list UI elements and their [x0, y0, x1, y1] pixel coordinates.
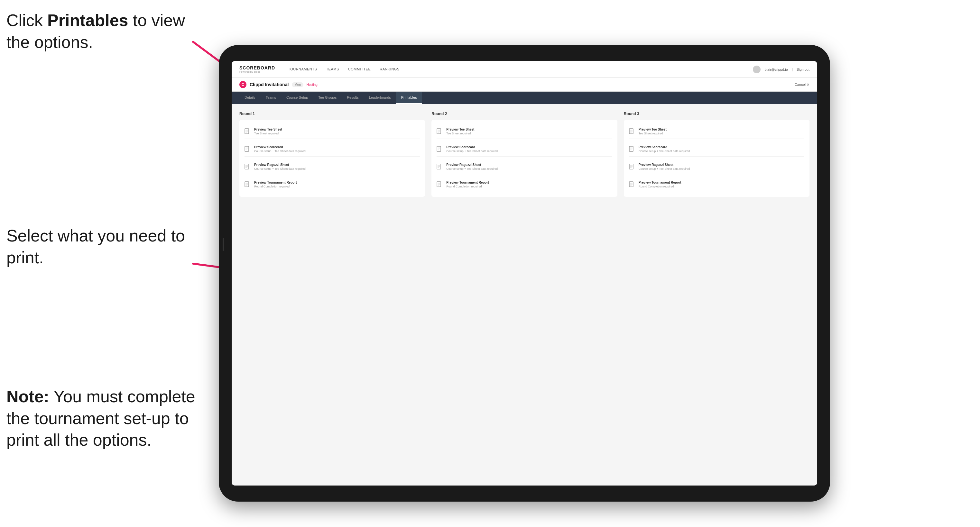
r2-tee-sheet-sub: Tee Sheet required — [446, 132, 474, 135]
r2-doc-icon-3 — [437, 163, 443, 171]
separator: | — [792, 68, 793, 71]
top-nav-right: blair@clippd.io | Sign out — [753, 66, 810, 73]
nav-rankings[interactable]: RANKINGS — [380, 67, 399, 72]
nav-teams[interactable]: TEAMS — [326, 67, 339, 72]
r2-scorecard-sub: Course setup + Tee Sheet data required — [446, 149, 498, 153]
r3-raguzzi-title: Preview Raguzzi Sheet — [639, 163, 690, 167]
tablet-frame: SCOREBOARD Powered by clippd TOURNAMENTS… — [219, 45, 830, 502]
r2-scorecard-title: Preview Scorecard — [446, 145, 498, 149]
r1-tournament-report-text: Preview Tournament Report Round Completi… — [254, 181, 297, 188]
annotation-top: Click Printables to view the options. — [6, 10, 187, 53]
tournament-badge: Men — [292, 82, 303, 87]
round-1-title: Round 1 — [239, 111, 425, 116]
r1-scorecard-title: Preview Scorecard — [254, 145, 305, 149]
r1-raguzzi-text: Preview Raguzzi Sheet Course setup + Tee… — [254, 163, 305, 170]
r2-tournament-report-text: Preview Tournament Report Round Completi… — [446, 181, 489, 188]
round-1-card: Preview Tee Sheet Tee Sheet required — [239, 120, 425, 197]
r3-tournament-report-text: Preview Tournament Report Round Completi… — [639, 181, 681, 188]
brand: SCOREBOARD Powered by clippd — [239, 65, 275, 73]
clippd-logo: C — [239, 81, 247, 88]
r1-scorecard-sub: Course setup + Tee Sheet data required — [254, 149, 305, 153]
r1-scorecard-text: Preview Scorecard Course setup + Tee She… — [254, 145, 305, 153]
r1-tournament-report-title: Preview Tournament Report — [254, 181, 297, 184]
r2-doc-icon-1 — [437, 128, 443, 136]
document-icon-3 — [245, 163, 251, 171]
round-3-card: Preview Tee Sheet Tee Sheet required — [624, 120, 810, 197]
select-text: Select what you need to print. — [6, 226, 185, 267]
r1-tournament-report[interactable]: Preview Tournament Report Round Completi… — [245, 178, 420, 192]
tab-details[interactable]: Details — [239, 92, 261, 104]
r2-scorecard[interactable]: Preview Scorecard Course setup + Tee She… — [437, 143, 612, 157]
cancel-button[interactable]: Cancel ✕ — [795, 83, 810, 87]
r2-doc-icon-2 — [437, 146, 443, 154]
brand-title: SCOREBOARD — [239, 65, 275, 70]
top-nav-links: TOURNAMENTS TEAMS COMMITTEE RANKINGS — [288, 67, 753, 72]
r3-doc-icon-2 — [629, 146, 635, 154]
r2-raguzzi-sub: Course setup + Tee Sheet data required — [446, 167, 498, 170]
tournament-header: C Clippd Invitational Men Hosting Cancel… — [232, 78, 817, 92]
r1-tee-sheet[interactable]: Preview Tee Sheet Tee Sheet required — [245, 125, 420, 139]
r1-raguzzi-sub: Course setup + Tee Sheet data required — [254, 167, 305, 170]
r2-tee-sheet-text: Preview Tee Sheet Tee Sheet required — [446, 128, 474, 135]
r2-tournament-report-sub: Round Completion required — [446, 185, 489, 188]
r1-tee-sheet-sub: Tee Sheet required — [254, 132, 282, 135]
annotation-bottom: Note: You must complete the tournament s… — [6, 386, 199, 451]
document-icon — [245, 128, 251, 136]
sub-nav: Details Teams Course Setup Tee Groups Re… — [232, 92, 817, 104]
r3-tee-sheet[interactable]: Preview Tee Sheet Tee Sheet required — [629, 125, 804, 139]
r3-raguzzi[interactable]: Preview Raguzzi Sheet Course setup + Tee… — [629, 160, 804, 174]
r2-raguzzi[interactable]: Preview Raguzzi Sheet Course setup + Tee… — [437, 160, 612, 174]
document-icon-4 — [245, 181, 251, 189]
r1-raguzzi-title: Preview Raguzzi Sheet — [254, 163, 305, 167]
r3-tournament-report-sub: Round Completion required — [639, 185, 681, 188]
printables-bold: Printables — [47, 11, 128, 30]
note-bold: Note: — [6, 387, 49, 406]
r1-raguzzi[interactable]: Preview Raguzzi Sheet Course setup + Tee… — [245, 160, 420, 174]
round-1-section: Round 1 — [239, 111, 425, 197]
tablet-screen: SCOREBOARD Powered by clippd TOURNAMENTS… — [232, 61, 817, 486]
nav-committee[interactable]: COMMITTEE — [348, 67, 371, 72]
r3-scorecard[interactable]: Preview Scorecard Course setup + Tee She… — [629, 143, 804, 157]
r2-raguzzi-text: Preview Raguzzi Sheet Course setup + Tee… — [446, 163, 498, 170]
r3-doc-icon-4 — [629, 181, 635, 189]
tournament-status: Hosting — [307, 83, 318, 86]
user-email: blair@clippd.io — [764, 68, 788, 71]
brand-sub: Powered by clippd — [239, 70, 275, 73]
sign-out-link[interactable]: Sign out — [797, 68, 810, 71]
tab-tee-groups[interactable]: Tee Groups — [313, 92, 342, 104]
document-icon-2 — [245, 146, 251, 154]
r3-tournament-report[interactable]: Preview Tournament Report Round Completi… — [629, 178, 804, 192]
r3-doc-icon-1 — [629, 128, 635, 136]
r2-tee-sheet[interactable]: Preview Tee Sheet Tee Sheet required — [437, 125, 612, 139]
round-2-section: Round 2 — [431, 111, 617, 197]
tab-results[interactable]: Results — [342, 92, 364, 104]
rounds-grid: Round 1 — [239, 111, 810, 197]
side-button — [223, 238, 224, 251]
r3-raguzzi-text: Preview Raguzzi Sheet Course setup + Tee… — [639, 163, 690, 170]
tab-printables[interactable]: Printables — [396, 92, 422, 104]
r3-tournament-report-title: Preview Tournament Report — [639, 181, 681, 184]
r2-scorecard-text: Preview Scorecard Course setup + Tee She… — [446, 145, 498, 153]
tab-teams[interactable]: Teams — [261, 92, 281, 104]
user-avatar — [753, 66, 760, 73]
r2-tournament-report[interactable]: Preview Tournament Report Round Completi… — [437, 178, 612, 192]
r1-tee-sheet-text: Preview Tee Sheet Tee Sheet required — [254, 128, 282, 135]
r1-scorecard[interactable]: Preview Scorecard Course setup + Tee She… — [245, 143, 420, 157]
tab-leaderboards[interactable]: Leaderboards — [364, 92, 396, 104]
main-content: Round 1 — [232, 104, 817, 486]
tournament-name: Clippd Invitational — [250, 82, 289, 87]
r3-tee-sheet-title: Preview Tee Sheet — [639, 128, 667, 131]
r3-scorecard-title: Preview Scorecard — [639, 145, 690, 149]
tournament-title-row: C Clippd Invitational Men Hosting — [239, 81, 318, 88]
tab-course-setup[interactable]: Course Setup — [281, 92, 313, 104]
round-2-title: Round 2 — [431, 111, 617, 116]
nav-tournaments[interactable]: TOURNAMENTS — [288, 67, 317, 72]
r3-tee-sheet-sub: Tee Sheet required — [639, 132, 667, 135]
round-3-section: Round 3 — [624, 111, 810, 197]
r2-doc-icon-4 — [437, 181, 443, 189]
r3-scorecard-text: Preview Scorecard Course setup + Tee She… — [639, 145, 690, 153]
round-2-card: Preview Tee Sheet Tee Sheet required — [431, 120, 617, 197]
r3-tee-sheet-text: Preview Tee Sheet Tee Sheet required — [639, 128, 667, 135]
annotation-middle: Select what you need to print. — [6, 225, 187, 268]
r2-raguzzi-title: Preview Raguzzi Sheet — [446, 163, 498, 167]
